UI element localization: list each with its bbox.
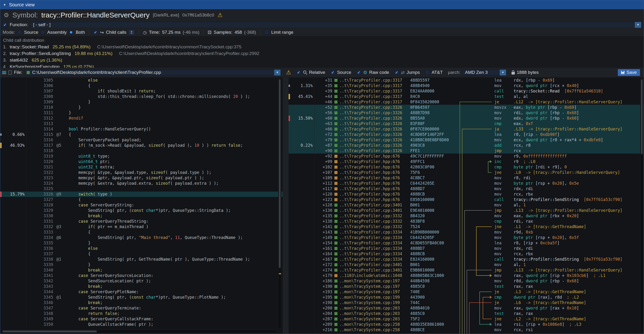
asm-line-+138[interactable]: +138..t\TracyProfiler.cpp:3332483BF8cmpr… [288,219,644,224]
asm-line-+198[interactable]: +198..mon\TracySystem.cpp:199744Cje.L6 -… [288,300,644,306]
mode-assembly-label[interactable]: Assembly [47,30,66,35]
asm-vertical-scrollbar[interactable] [640,78,643,333]
mode-radio-assembly[interactable] [40,30,45,35]
asm-line-+120[interactable]: +120..t\TracyProfiler.hpp:676488BCBmovrc… [288,191,644,197]
asm-line-+149[interactable]: +149..t\TracyProfiler.cpp:3334C64424205F… [288,235,644,240]
source-line-3323[interactable]: 3323 memcpy( &ptr, &payload.ptr, sizeof(… [0,175,283,181]
mode-radio-both[interactable] [69,30,74,35]
child-call-entry[interactable]: 1.tracy::Socket::Read25.25 ms (54.89%)C:… [3,44,644,50]
asm-line-+200[interactable]: +200..mon\TracySystem.cpp:203488B4010mov… [288,306,644,311]
source-line-3350[interactable]: 3350 QueueCallstackFrame( ptr ); [0,322,283,327]
source-line-3306[interactable]: 3306 { [0,83,283,88]
source-line-3328[interactable]: 3328 case ServerQueryString: [0,202,283,208]
raw-code-toggle[interactable]: ⚙ Raw code [356,70,389,75]
source-line-3317[interactable]: 46.93%3317@5 if( !m_sock->Read( &payload… [0,143,283,148]
asm-line-+164[interactable]: +164..t\TracyProfiler.cpp:3334488BCBmovr… [288,251,644,257]
source-line-3326[interactable]: 15.79%3326@9 switch( type ) [0,191,283,197]
source-line-3339[interactable]: 3339 } [0,262,283,268]
asm-line-+31[interactable]: +31..t\TracyProfiler.cpp:3317488D5597lea… [288,78,644,83]
source-line-3349[interactable]: 3349 case ServerQueryCallstackFrame: [0,316,283,322]
asm-line-+179[interactable]: +179..1103\include\atomic:1048488B05B63C… [288,273,644,278]
source-line-3318[interactable]: 3318 [0,148,283,154]
asm-line-+195[interactable]: +195..mon\TracySystem.cpp:199443900cmpdw… [288,295,644,300]
asm-line-+204[interactable]: +204..mon\TracySystem.cpp:2034885C0testr… [288,311,644,316]
asm-line-+190[interactable]: +190..mon\TracySystem.cpp:1974885C0testr… [288,284,644,289]
asm-line-+60[interactable]: 15.50%+60..t\TracyProfiler.cpp:33268B55A… [288,116,644,121]
asm-line-+66[interactable]: +66..t\TracyProfiler.cpp:33260F87CE06000… [288,126,644,132]
source-line-3305[interactable]: 3305 else [0,78,283,83]
source-line-3334[interactable]: 3334@6 SendString( ptr, "Main thread", 1… [0,235,283,240]
source-line-3319[interactable]: 3319 uint8_t type; [0,154,283,159]
asm-line-+63[interactable]: +63..t\TracyProfiler.cpp:332683F80Fcmpea… [288,121,644,126]
asm-line-+209[interactable]: +209..mon\TracySystem.cpp:258488D35E8861… [288,322,644,327]
source-line-3337[interactable]: 3337 { [0,251,283,257]
asm-line-+135[interactable]: +135..t\TracyProfiler.cpp:33328B4320move… [288,213,644,219]
source-line-3313[interactable]: 3313 [0,121,283,126]
child-call-entry[interactable]: 4.KeSynchronizeExecution125 μs (0.27%) [3,63,644,68]
asm-line-+87[interactable]: 0.22%+87..t\TracyProfiler.cpp:33264903C8… [288,143,644,148]
relative-toggle[interactable]: Relative [296,70,326,75]
asm-line-+186[interactable]: +186..mon\TracySystem.cpp:197448B4598mov… [288,278,644,284]
relative-checkbox[interactable] [296,70,301,75]
jumps-checkbox[interactable] [394,70,399,75]
asm-line-+35[interactable]: 1.31%+35..t\TracyProfiler.cpp:3317488B49… [288,83,644,88]
raw-code-checkbox[interactable] [356,70,361,75]
source-line-3343[interactable]: 3343 break; [0,284,283,289]
uarch-select[interactable]: AMD Zen 3 ▼ [462,69,506,76]
source-line-3341[interactable]: 3341 case ServerQuerySourceLocation: [0,273,283,278]
asm-line-+154[interactable]: +154..t\TracyProfiler.cpp:33344C8D055FBA… [288,240,644,246]
function-checkbox[interactable] [2,22,7,27]
mode-both-label[interactable]: Both [76,30,85,35]
source-line-3329[interactable]: 3329 SendString( ptr, (const char*)ptr, … [0,208,283,213]
asm-line-+90[interactable]: +90..t\TracyProfiler.cpp:3326FFE1jmprcx [288,148,644,154]
att-checkbox[interactable] [425,70,430,75]
source-line-3315[interactable]: 0.66%3315@7{ [0,132,283,137]
source-line-3332[interactable]: 3332@3 if( ptr == m_mainThread ) [0,224,283,229]
function-select[interactable]: [ - self - ] ▼ [30,22,642,28]
asm-line-+123[interactable]: +123..t\TracyProfiler.hpp:676E850160000c… [288,197,644,202]
save-button[interactable]: Save [618,69,640,76]
asm-warning-icon[interactable]: ⚠ [286,69,291,76]
asm-line-+216[interactable]: +216..mon\TracySystem.cpp:258488BCEmovrc… [288,327,644,333]
source-line-3312[interactable]: 3312#endif [0,116,283,121]
source-checkbox[interactable] [330,70,335,75]
source-line-3308[interactable]: 3308 std::this_thread::sleep_for( std::c… [0,94,283,99]
asm-line-+56[interactable]: +56..t\TracyProfiler.cpp:3326488B7D98mov… [288,110,644,116]
symbol-warning-icon[interactable]: ⚠ [218,12,223,18]
source-vertical-scrollbar[interactable] [278,78,281,329]
asm-line-+117[interactable]: +117..t\TracyProfiler.hpp:676488BD7movrd… [288,186,644,191]
source-line-3338[interactable]: 3338@1 SendString( ptr, GetThreadName( p… [0,257,283,262]
source-line-3310[interactable]: 3310 } [0,105,283,110]
source-line-3314[interactable]: 3314bool Profiler::HandleServerQuery() [0,126,283,132]
source-toggle[interactable]: Source [330,70,351,75]
scrollbar-thumb[interactable] [279,79,280,268]
source-line-3330[interactable]: 3330 break; [0,213,283,219]
asm-line-+167[interactable]: +167..t\TracyProfiler.cpp:3334E824160000… [288,257,644,262]
source-line-3342[interactable]: 3342 SendSourceLocation( ptr ); [0,278,283,284]
source-line-3325[interactable]: 3325 [0,186,283,191]
source-line-3311[interactable]: 3311} [0,110,283,116]
asm-line-+207[interactable]: +207..mon\TracySystem.cpp:20375F2jne.L2 … [288,316,644,322]
limit-range-label[interactable]: Limit range [271,30,293,35]
asm-line-+112[interactable]: +112..t\TracyProfiler.hpp:676C64424205Em… [288,181,644,186]
source-line-3335[interactable]: 3335 } [0,240,283,246]
child-call-entry[interactable]: 2.tracy::Profiler::SendLongString19.88 m… [3,50,644,57]
limit-range-checkbox[interactable] [264,30,269,35]
asm-line-+128[interactable]: +128..t\TracyProfiler.cpp:3401B001moval,… [288,202,644,208]
collapse-icon[interactable]: ▼ [3,3,6,6]
asm-line-+99[interactable]: +99..t\TracyProfiler.hpp:67649FFC1incr9 … [288,159,644,165]
asm-line-+130[interactable]: +130..t\TracyProfiler.cpp:3401E9E4010000… [288,208,644,213]
att-toggle[interactable]: AT&T [425,70,443,75]
asm-line-+52[interactable]: +52..t\TracyProfiler.cpp:33260FB64597mov… [288,105,644,110]
mode-radio-source[interactable] [17,30,22,35]
source-line-3344[interactable]: 3344 case ServerQueryPlotName: [0,289,283,295]
asm-line-+72[interactable]: +72..t\TracyProfiler.cpp:33264C8D05F146F… [288,132,644,137]
source-line-3327[interactable]: 3327 { [0,197,283,202]
child-call-entry[interactable]: 3.stat64i32625 μs (1.36%) [3,57,644,63]
asm-line-+107[interactable]: +107..t\TracyProfiler.hpp:67675F6jne.L0 … [288,170,644,175]
chevron-down-icon[interactable]: ▼ [500,70,506,75]
asm-line-+109[interactable]: +109..t\TracyProfiler.hpp:6764C8BC7movr8… [288,175,644,181]
source-line-3321[interactable]: 3321 uint32_t extra; [0,165,283,170]
asm-line-+39[interactable]: +39..t\TracyProfiler.cpp:3317E824AA0000c… [288,88,644,94]
jump-out-button[interactable]: ↥ [128,29,134,35]
